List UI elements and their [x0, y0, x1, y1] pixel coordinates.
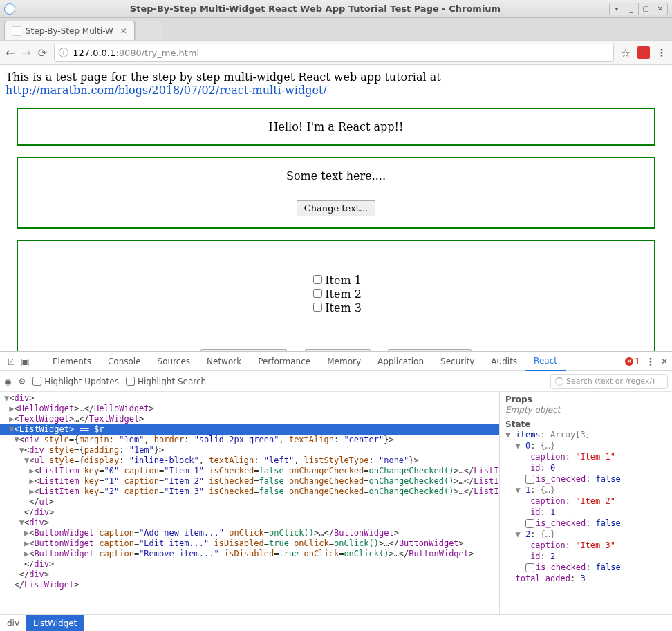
intro-link[interactable]: http://maratbn.com/blogs/2018/07/02/reac…: [6, 84, 327, 97]
react-breadcrumbs: div ListWidget: [0, 614, 672, 631]
react-subbar: ◉ ⚙ Highlight Updates Highlight Search S…: [0, 371, 672, 392]
devtools-tab-performance[interactable]: Performance: [250, 352, 319, 371]
text-widget: Some text here.... Change text...: [17, 157, 655, 229]
devtools-tab-audits[interactable]: Audits: [483, 352, 525, 371]
hello-text: Hello! I'm a React app!!: [269, 120, 404, 133]
close-tab-icon[interactable]: ✕: [120, 26, 127, 36]
reload-icon[interactable]: ⟳: [38, 46, 47, 59]
url-host: 127.0.0.1: [73, 48, 115, 58]
devtools-body: ▼<div> ▶<HelloWidget>…</HelloWidget> ▶<T…: [0, 392, 672, 614]
maximize-button[interactable]: ▢: [638, 3, 653, 15]
close-window-button[interactable]: ✕: [653, 3, 668, 15]
react-sidebar: Props Empty object State ▼ items: Array[…: [499, 392, 672, 614]
eye-icon[interactable]: ◉: [4, 377, 11, 386]
browser-toolbar: ← → ⟳ i 127.0.0.1:8080/try_me.html ☆ ⋮: [0, 40, 672, 65]
browser-menu-icon[interactable]: ⋮: [657, 47, 666, 58]
window-title: Step-By-Step Multi-Widget React Web App …: [21, 3, 610, 14]
state-total-added-key: total_added: [515, 574, 570, 583]
props-heading: Props: [505, 395, 666, 404]
intro-prefix: This is a test page for the step by step…: [6, 70, 441, 84]
props-empty: Empty object: [505, 404, 666, 415]
devtools-tab-security[interactable]: Security: [432, 352, 483, 371]
url-rest: :8080/try_me.html: [115, 48, 199, 58]
spinner-icon: [555, 377, 563, 386]
intro-text: This is a test page for the step by step…: [6, 70, 666, 97]
item-checkbox[interactable]: [313, 289, 322, 298]
minimize2-button[interactable]: _: [624, 3, 639, 15]
list-widget-items: Item 1 Item 2 Item 3: [310, 273, 362, 314]
state-item-1[interactable]: 1: [525, 485, 530, 495]
state-heading: State: [505, 420, 666, 429]
devtools-tabbar: ⟀ ▣ Elements Console Sources Network Per…: [0, 352, 672, 371]
gear-icon[interactable]: ⚙: [18, 377, 26, 386]
state-item-2[interactable]: 2: [525, 529, 530, 539]
hello-widget: Hello! I'm a React app!!: [17, 108, 655, 146]
item-label: Item 2: [325, 288, 362, 301]
browser-tab-active[interactable]: Step-By-Step Multi-W ✕: [4, 21, 135, 40]
is-checked-toggle[interactable]: [525, 475, 534, 484]
state-items-type: Array[3]: [550, 430, 590, 440]
forward-icon[interactable]: →: [21, 46, 30, 59]
search-placeholder: Search (text or /regex/): [566, 377, 655, 386]
crumb-listwidget[interactable]: ListWidget: [26, 615, 84, 632]
devtools-close-icon[interactable]: ✕: [661, 357, 668, 366]
devtools-menu-icon[interactable]: ⋮: [646, 356, 655, 367]
state-total-added-val: 3: [580, 574, 585, 583]
new-tab-button[interactable]: [135, 21, 162, 40]
devtools-tab-console[interactable]: Console: [100, 352, 149, 371]
devtools-tab-memory[interactable]: Memory: [319, 352, 369, 371]
react-component-tree[interactable]: ▼<div> ▶<HelloWidget>…</HelloWidget> ▶<T…: [0, 392, 499, 614]
tab-title: Step-By-Step Multi-W: [26, 26, 113, 36]
site-info-icon[interactable]: i: [59, 48, 68, 57]
highlight-updates-toggle[interactable]: Highlight Updates: [32, 377, 119, 386]
is-checked-toggle[interactable]: [525, 563, 534, 572]
devtools-tab-react[interactable]: React: [525, 352, 566, 371]
highlight-search-toggle[interactable]: Highlight Search: [126, 377, 206, 386]
list-item: Item 2: [310, 287, 362, 301]
devtools-tab-network[interactable]: Network: [198, 352, 250, 371]
text-widget-text: Some text here....: [29, 169, 643, 182]
list-widget: Item 1 Item 2 Item 3 Add new item... Edi…: [17, 240, 655, 351]
devtools-tab-sources[interactable]: Sources: [149, 352, 198, 371]
chromium-icon: [4, 3, 15, 15]
crumb-div[interactable]: div: [0, 615, 26, 632]
browser-tab-strip: Step-By-Step Multi-W ✕: [0, 18, 672, 40]
state-item-0[interactable]: 0: [525, 441, 530, 451]
address-bar[interactable]: i 127.0.0.1:8080/try_me.html: [54, 44, 613, 62]
change-text-button[interactable]: Change text...: [297, 200, 375, 216]
item-label: Item 3: [325, 301, 362, 314]
error-count: 1: [635, 357, 640, 366]
item-checkbox[interactable]: [313, 275, 322, 284]
bookmark-star-icon[interactable]: ☆: [621, 46, 631, 59]
window-buttons: ▾ _ ▢ ✕: [610, 3, 668, 15]
highlight-updates-label: Highlight Updates: [44, 377, 119, 386]
window-titlebar: Step-By-Step Multi-Widget React Web App …: [0, 0, 672, 18]
extension-icon[interactable]: [637, 46, 650, 59]
device-icon[interactable]: ▣: [18, 356, 32, 367]
item-label: Item 1: [325, 274, 362, 287]
devtools-panel: ⟀ ▣ Elements Console Sources Network Per…: [0, 351, 672, 631]
list-item: Item 3: [310, 301, 362, 314]
state-items-key[interactable]: items: [515, 430, 540, 440]
error-indicator[interactable]: ✕1: [625, 357, 640, 366]
inspect-icon[interactable]: ⟀: [4, 356, 18, 367]
page-viewport: This is a test page for the step by step…: [0, 65, 672, 351]
devtools-tab-elements[interactable]: Elements: [44, 352, 100, 371]
item-checkbox[interactable]: [313, 303, 322, 312]
minimize-button[interactable]: ▾: [609, 3, 624, 15]
react-search[interactable]: Search (text or /regex/): [550, 374, 668, 389]
back-icon[interactable]: ←: [6, 46, 15, 59]
highlight-search-label: Highlight Search: [138, 377, 206, 386]
page-favicon: [12, 26, 21, 36]
is-checked-toggle[interactable]: [525, 519, 534, 528]
devtools-tab-application[interactable]: Application: [369, 352, 432, 371]
list-item: Item 1: [310, 273, 362, 287]
selected-node: ▼<ListWidget> == $r: [0, 424, 499, 435]
